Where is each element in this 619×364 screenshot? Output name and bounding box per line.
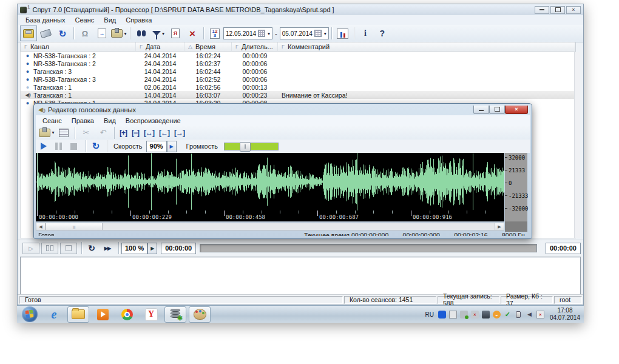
maximize-icon	[495, 107, 500, 112]
battery-icon[interactable]	[515, 311, 523, 318]
date-sort-button[interactable]: 123	[206, 25, 223, 41]
column-header-channel[interactable]: ГКанал	[21, 42, 136, 51]
column-header-duration[interactable]: ГДлитель...	[232, 42, 278, 51]
date-from-picker[interactable]: 12.05.2014 ▾	[223, 27, 272, 39]
time-axis-label: 00:00:00:916	[413, 214, 452, 220]
pause-button-disabled[interactable]	[41, 243, 58, 254]
pause-button-disabled[interactable]	[55, 143, 62, 150]
menu-help[interactable]: Справка	[121, 16, 156, 24]
table-row[interactable]: NR-538-Таганская : 2 24.04.2014 16:02:37…	[21, 59, 575, 67]
clear-button[interactable]	[37, 25, 54, 41]
undo-button-disabled[interactable]: ↶	[95, 125, 112, 141]
comment-area[interactable]	[20, 257, 581, 296]
table-row-selected[interactable]: Таганская : 1 14.04.2014 16:03:07 00:00:…	[21, 91, 575, 99]
waveform-canvas[interactable]	[36, 153, 504, 211]
go-start-button[interactable]: [←]	[157, 129, 172, 137]
editor-properties-button[interactable]	[55, 125, 72, 141]
bluetooth-icon[interactable]	[438, 311, 446, 318]
play-button[interactable]	[41, 143, 47, 150]
columns-button[interactable]	[334, 25, 351, 41]
table-vertical-scrollbar[interactable]	[574, 52, 580, 238]
editor-menu-session[interactable]: Сеанс	[38, 116, 66, 125]
update-icon[interactable]: ⌄	[493, 311, 501, 318]
taskbar-sprut-app[interactable]: ✱	[164, 306, 186, 323]
taskbar-chrome[interactable]	[116, 306, 138, 323]
editor-maximize-button[interactable]	[489, 106, 505, 114]
taskbar-media-player[interactable]	[92, 306, 113, 323]
text-report-button[interactable]: Я	[167, 25, 184, 41]
table-row[interactable]: NR-538-Таганская : 3 24.04.2014 16:02:52…	[21, 75, 575, 83]
scroll-right-button[interactable]: ▶	[495, 223, 504, 230]
loop-button[interactable]: ↻	[89, 141, 103, 152]
tray-app-icon[interactable]	[449, 311, 457, 318]
volume-slider-thumb[interactable]	[240, 142, 251, 152]
table-row[interactable]: Таганская : 3 14.04.2014 16:02:44 00:00:…	[21, 67, 575, 75]
editor-menu-playback[interactable]: Воспроизведение	[121, 116, 185, 125]
scroll-left-button[interactable]: ◀	[36, 223, 46, 230]
menu-session[interactable]: Сеанс	[71, 16, 99, 24]
cut-button-disabled[interactable]: ✂	[78, 125, 95, 141]
export-button[interactable]: ▾	[110, 25, 127, 41]
help-button[interactable]: ?	[374, 25, 391, 41]
antivirus-check-icon[interactable]: ✓	[504, 311, 512, 318]
stop-button-disabled[interactable]	[70, 143, 77, 150]
zoom-out-button[interactable]: [−]	[129, 129, 141, 137]
speed-value-field[interactable]: 90%	[146, 141, 167, 152]
pause-outline-icon	[46, 245, 53, 251]
volume-slider[interactable]	[224, 143, 279, 150]
speaker-volume-icon[interactable]: ◀	[526, 311, 533, 318]
play-button-disabled[interactable]: ▷	[22, 243, 39, 254]
info-button[interactable]: i	[357, 25, 374, 41]
taskbar-explorer[interactable]	[67, 306, 89, 323]
playback-progress-bar[interactable]	[200, 244, 537, 252]
monitoring-button[interactable]: Ω	[76, 25, 93, 41]
taskbar-paint[interactable]	[189, 306, 211, 323]
search-button[interactable]	[133, 25, 150, 41]
delete-button[interactable]: ×	[184, 25, 201, 41]
maximize-button[interactable]	[550, 6, 565, 14]
scrollbar-thumb[interactable]: |||	[46, 223, 103, 230]
action-center-flag-icon[interactable]: ×	[536, 311, 544, 318]
minimize-button[interactable]	[535, 6, 549, 14]
open-database-button[interactable]	[20, 25, 37, 41]
help-icon: ?	[380, 29, 385, 38]
taskbar-clock[interactable]: 17:08 04.07.2014	[550, 307, 580, 322]
stop-button-disabled[interactable]	[60, 243, 77, 254]
column-header-time[interactable]: △Время	[184, 42, 232, 51]
start-button[interactable]	[22, 306, 38, 322]
table-row[interactable]: NR-538-Таганская : 2 24.04.2014 16:02:24…	[21, 52, 575, 59]
fast-forward-button[interactable]: ▶▶	[100, 243, 115, 254]
taskbar-yandex-browser[interactable]: Y	[140, 306, 162, 323]
taskbar-internet-explorer[interactable]: e	[43, 306, 65, 323]
waveform-horizontal-scrollbar[interactable]: ◀ ||| ▶	[36, 223, 504, 231]
editor-menu-view[interactable]: Вид	[100, 116, 120, 125]
editor-close-button[interactable]: ×	[505, 106, 528, 114]
editor-minimize-button[interactable]	[473, 106, 489, 114]
zoom-in-button[interactable]: [+]	[117, 129, 129, 137]
usb-device-icon[interactable]	[460, 311, 468, 318]
loop-playback-button[interactable]: ↻	[84, 243, 99, 254]
go-end-button[interactable]: [→]	[172, 129, 187, 137]
editor-menu-edit[interactable]: Правка	[67, 116, 98, 125]
zoom-fit-button[interactable]: [↔]	[141, 129, 157, 137]
menu-view[interactable]: Вид	[100, 16, 120, 24]
filter-button[interactable]: ▾	[150, 25, 167, 41]
playback-speed-field[interactable]: 100 %	[121, 243, 147, 254]
column-header-comment[interactable]: ГКомментарий	[278, 42, 575, 51]
editor-export-button[interactable]: ▾	[38, 125, 55, 141]
speed-spinner-button[interactable]: ▶	[147, 243, 157, 254]
refresh-button[interactable]: ↻	[54, 25, 71, 41]
playback-cursor[interactable]	[37, 153, 38, 211]
table-row[interactable]: Таганская : 1 02.06.2014 16:02:56 00:00:…	[21, 83, 575, 91]
network-disconnected-icon[interactable]: ×	[471, 311, 479, 318]
close-button[interactable]: ×	[566, 6, 581, 14]
column-header-date[interactable]: ГДата	[136, 42, 184, 51]
speed-spinner-button[interactable]: ▶	[167, 141, 177, 152]
display-icon[interactable]	[482, 311, 490, 318]
language-indicator[interactable]: RU	[425, 311, 433, 318]
editor-titlebar[interactable]: Редактор голосовых данных ×	[34, 104, 532, 115]
import-button[interactable]: →	[93, 25, 110, 41]
date-to-picker[interactable]: 05.07.2014 ▾	[280, 27, 329, 39]
main-titlebar[interactable]: 1 Спрут 7.0 [Стандартный] - Процессор [ …	[18, 4, 583, 16]
menu-database[interactable]: База данных	[21, 16, 70, 24]
